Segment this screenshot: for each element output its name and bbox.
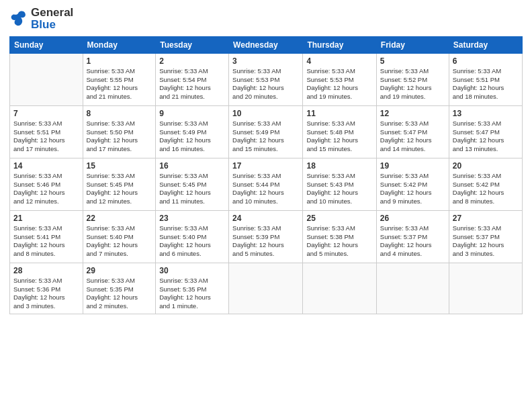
day-info: Sunrise: 5:33 AM Sunset: 5:45 PM Dayligh…	[87, 172, 152, 206]
day-number: 10	[232, 109, 299, 118]
calendar-cell: 10Sunrise: 5:33 AM Sunset: 5:49 PM Dayli…	[229, 105, 303, 158]
day-number: 6	[453, 56, 519, 66]
calendar-cell: 11Sunrise: 5:33 AM Sunset: 5:48 PM Dayli…	[303, 105, 376, 158]
day-info: Sunrise: 5:33 AM Sunset: 5:42 PM Dayligh…	[453, 172, 519, 206]
calendar-cell: 15Sunrise: 5:33 AM Sunset: 5:45 PM Dayli…	[83, 158, 156, 210]
calendar-cell: 24Sunrise: 5:33 AM Sunset: 5:39 PM Dayli…	[229, 210, 303, 263]
day-info: Sunrise: 5:33 AM Sunset: 5:49 PM Dayligh…	[232, 120, 299, 154]
day-info: Sunrise: 5:33 AM Sunset: 5:43 PM Dayligh…	[306, 172, 372, 206]
calendar-cell	[376, 263, 449, 314]
calendar-cell: 13Sunrise: 5:33 AM Sunset: 5:47 PM Dayli…	[449, 105, 522, 158]
calendar-cell	[303, 263, 376, 314]
day-info: Sunrise: 5:33 AM Sunset: 5:54 PM Dayligh…	[159, 67, 225, 101]
calendar-cell: 1Sunrise: 5:33 AM Sunset: 5:55 PM Daylig…	[83, 53, 156, 105]
day-number: 28	[13, 266, 79, 275]
day-info: Sunrise: 5:33 AM Sunset: 5:42 PM Dayligh…	[380, 172, 445, 206]
day-number: 3	[232, 56, 299, 66]
day-number: 20	[453, 161, 519, 171]
day-number: 29	[87, 266, 152, 275]
weekday-header-row: SundayMondayTuesdayWednesdayThursdayFrid…	[10, 36, 523, 53]
day-info: Sunrise: 5:33 AM Sunset: 5:49 PM Dayligh…	[159, 120, 225, 154]
logo-blue-text: Blue	[31, 19, 73, 31]
day-info: Sunrise: 5:33 AM Sunset: 5:50 PM Dayligh…	[87, 120, 152, 154]
weekday-header-tuesday: Tuesday	[156, 36, 229, 53]
day-info: Sunrise: 5:33 AM Sunset: 5:40 PM Dayligh…	[159, 224, 225, 259]
logo-bird-icon	[9, 9, 28, 28]
day-number: 25	[306, 214, 372, 223]
calendar-cell: 9Sunrise: 5:33 AM Sunset: 5:49 PM Daylig…	[156, 105, 229, 158]
day-info: Sunrise: 5:33 AM Sunset: 5:36 PM Dayligh…	[13, 277, 79, 311]
day-number: 11	[306, 109, 372, 118]
calendar-cell: 27Sunrise: 5:33 AM Sunset: 5:37 PM Dayli…	[449, 210, 522, 263]
calendar-cell: 14Sunrise: 5:33 AM Sunset: 5:46 PM Dayli…	[10, 158, 83, 210]
day-info: Sunrise: 5:33 AM Sunset: 5:35 PM Dayligh…	[87, 277, 152, 311]
week-row-4: 21Sunrise: 5:33 AM Sunset: 5:41 PM Dayli…	[10, 210, 523, 263]
weekday-header-sunday: Sunday	[10, 36, 83, 53]
day-number: 17	[232, 161, 299, 171]
day-info: Sunrise: 5:33 AM Sunset: 5:35 PM Dayligh…	[159, 277, 225, 311]
day-info: Sunrise: 5:33 AM Sunset: 5:40 PM Dayligh…	[87, 224, 152, 259]
weekday-header-monday: Monday	[83, 36, 156, 53]
calendar-cell: 30Sunrise: 5:33 AM Sunset: 5:35 PM Dayli…	[156, 263, 229, 314]
calendar-cell: 29Sunrise: 5:33 AM Sunset: 5:35 PM Dayli…	[83, 263, 156, 314]
day-number: 26	[380, 214, 445, 223]
day-info: Sunrise: 5:33 AM Sunset: 5:53 PM Dayligh…	[232, 67, 299, 101]
calendar-cell: 7Sunrise: 5:33 AM Sunset: 5:51 PM Daylig…	[10, 105, 83, 158]
calendar-cell: 21Sunrise: 5:33 AM Sunset: 5:41 PM Dayli…	[10, 210, 83, 263]
day-number: 18	[306, 161, 372, 171]
day-info: Sunrise: 5:33 AM Sunset: 5:51 PM Dayligh…	[453, 67, 519, 101]
day-info: Sunrise: 5:33 AM Sunset: 5:52 PM Dayligh…	[380, 67, 445, 101]
day-number: 30	[159, 266, 225, 275]
day-info: Sunrise: 5:33 AM Sunset: 5:37 PM Dayligh…	[453, 224, 519, 259]
day-number: 13	[453, 109, 519, 118]
weekday-header-wednesday: Wednesday	[229, 36, 303, 53]
calendar-table: SundayMondayTuesdayWednesdayThursdayFrid…	[9, 36, 523, 314]
day-info: Sunrise: 5:33 AM Sunset: 5:47 PM Dayligh…	[380, 120, 445, 154]
calendar-cell: 23Sunrise: 5:33 AM Sunset: 5:40 PM Dayli…	[156, 210, 229, 263]
day-number: 23	[159, 214, 225, 223]
day-number: 9	[159, 109, 225, 118]
calendar-cell	[229, 263, 303, 314]
day-info: Sunrise: 5:33 AM Sunset: 5:48 PM Dayligh…	[306, 120, 372, 154]
calendar-cell: 26Sunrise: 5:33 AM Sunset: 5:37 PM Dayli…	[376, 210, 449, 263]
week-row-1: 1Sunrise: 5:33 AM Sunset: 5:55 PM Daylig…	[10, 53, 523, 105]
day-number: 19	[380, 161, 445, 171]
logo: General Blue	[9, 7, 73, 31]
calendar-cell	[449, 263, 522, 314]
day-number: 24	[232, 214, 299, 223]
calendar-cell	[10, 53, 83, 105]
weekday-header-friday: Friday	[376, 36, 449, 53]
logo-text-block: General Blue	[31, 7, 73, 31]
calendar-cell: 3Sunrise: 5:33 AM Sunset: 5:53 PM Daylig…	[229, 53, 303, 105]
calendar-cell: 17Sunrise: 5:33 AM Sunset: 5:44 PM Dayli…	[229, 158, 303, 210]
calendar-cell: 16Sunrise: 5:33 AM Sunset: 5:45 PM Dayli…	[156, 158, 229, 210]
day-info: Sunrise: 5:33 AM Sunset: 5:53 PM Dayligh…	[306, 67, 372, 101]
calendar-cell: 2Sunrise: 5:33 AM Sunset: 5:54 PM Daylig…	[156, 53, 229, 105]
page: General Blue SundayMondayTuesdayWednesda…	[0, 0, 532, 411]
day-number: 27	[453, 214, 519, 223]
weekday-header-saturday: Saturday	[449, 36, 522, 53]
calendar-cell: 28Sunrise: 5:33 AM Sunset: 5:36 PM Dayli…	[10, 263, 83, 314]
day-number: 8	[87, 109, 152, 118]
calendar-cell: 12Sunrise: 5:33 AM Sunset: 5:47 PM Dayli…	[376, 105, 449, 158]
week-row-2: 7Sunrise: 5:33 AM Sunset: 5:51 PM Daylig…	[10, 105, 523, 158]
day-info: Sunrise: 5:33 AM Sunset: 5:46 PM Dayligh…	[13, 172, 79, 206]
day-info: Sunrise: 5:33 AM Sunset: 5:39 PM Dayligh…	[232, 224, 299, 259]
logo-general-text: General	[31, 7, 73, 19]
day-number: 14	[13, 161, 79, 171]
day-number: 12	[380, 109, 445, 118]
day-number: 16	[159, 161, 225, 171]
calendar-cell: 25Sunrise: 5:33 AM Sunset: 5:38 PM Dayli…	[303, 210, 376, 263]
calendar-cell: 22Sunrise: 5:33 AM Sunset: 5:40 PM Dayli…	[83, 210, 156, 263]
day-info: Sunrise: 5:33 AM Sunset: 5:47 PM Dayligh…	[453, 120, 519, 154]
calendar-cell: 5Sunrise: 5:33 AM Sunset: 5:52 PM Daylig…	[376, 53, 449, 105]
calendar-cell: 6Sunrise: 5:33 AM Sunset: 5:51 PM Daylig…	[449, 53, 522, 105]
day-info: Sunrise: 5:33 AM Sunset: 5:38 PM Dayligh…	[306, 224, 372, 259]
calendar-cell: 18Sunrise: 5:33 AM Sunset: 5:43 PM Dayli…	[303, 158, 376, 210]
calendar-cell: 8Sunrise: 5:33 AM Sunset: 5:50 PM Daylig…	[83, 105, 156, 158]
day-number: 7	[13, 109, 79, 118]
day-info: Sunrise: 5:33 AM Sunset: 5:44 PM Dayligh…	[232, 172, 299, 206]
day-number: 1	[87, 56, 152, 66]
calendar-cell: 19Sunrise: 5:33 AM Sunset: 5:42 PM Dayli…	[376, 158, 449, 210]
day-info: Sunrise: 5:33 AM Sunset: 5:55 PM Dayligh…	[87, 67, 152, 101]
